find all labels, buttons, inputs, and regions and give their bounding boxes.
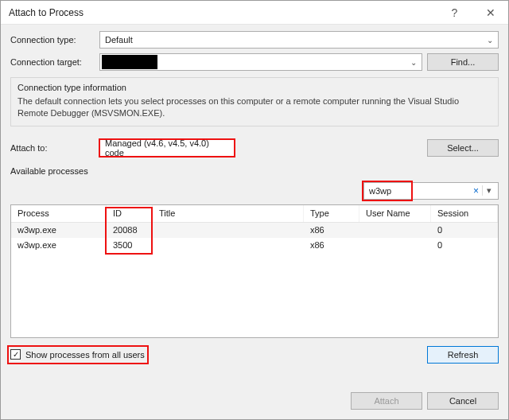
refresh-button[interactable]: Refresh [427, 346, 499, 364]
titlebar: Attach to Process ? ✕ [1, 1, 508, 25]
cell-process: w3wp.exe [11, 224, 107, 236]
attach-to-field: Managed (v4.6, v4.5, v4.0) code [99, 139, 235, 157]
col-process[interactable]: Process [11, 205, 107, 222]
connection-target-dropdown[interactable]: ⌄ [99, 53, 422, 71]
table-row[interactable]: w3wp.exe 3500 x86 0 [11, 238, 498, 253]
connection-type-row: Connection type: Default ⌄ [10, 31, 499, 49]
show-all-users-label: Show processes from all users [25, 350, 145, 360]
footer-row: ✓ Show processes from all users Refresh [10, 346, 499, 364]
cell-user [359, 243, 431, 247]
dialog-actions: Attach Cancel [10, 387, 499, 410]
connection-target-row: Connection target: ⌄ Find... [10, 53, 499, 71]
cell-title [153, 243, 304, 247]
connection-type-label: Connection type: [10, 35, 95, 45]
col-id[interactable]: ID [107, 205, 153, 222]
listview-header: Process ID Title Type User Name Session [11, 205, 498, 223]
chevron-down-icon: ⌄ [487, 36, 493, 45]
attach-to-process-dialog: Attach to Process ? ✕ Connection type: D… [0, 0, 509, 420]
col-session[interactable]: Session [431, 205, 498, 222]
process-search-input[interactable]: w3wp × ▾ [363, 182, 499, 200]
attach-to-row: Attach to: Managed (v4.6, v4.5, v4.0) co… [10, 139, 499, 157]
available-processes-label: Available processes [10, 166, 499, 176]
attach-button-label: Attach [374, 396, 398, 406]
listview-body: w3wp.exe 20088 x86 0 w3wp.exe 3500 x86 0 [11, 223, 498, 337]
cell-title [153, 228, 304, 231]
search-dropdown-icon[interactable]: ▾ [482, 185, 495, 196]
col-title[interactable]: Title [153, 205, 304, 222]
select-button-label: Select... [447, 143, 479, 153]
select-button[interactable]: Select... [427, 139, 499, 157]
window-title: Attach to Process [9, 7, 84, 18]
cell-id: 20088 [107, 224, 153, 236]
cancel-button-label: Cancel [449, 396, 476, 406]
help-button[interactable]: ? [437, 1, 472, 25]
process-listview[interactable]: Process ID Title Type User Name Session … [10, 204, 499, 338]
attach-to-label: Attach to: [10, 143, 95, 153]
col-user[interactable]: User Name [359, 205, 431, 222]
close-button[interactable]: ✕ [472, 1, 508, 25]
cell-id: 3500 [107, 239, 153, 251]
check-icon: ✓ [13, 351, 19, 359]
cell-session: 0 [431, 224, 498, 236]
cell-session: 0 [431, 239, 498, 251]
clear-search-icon[interactable]: × [473, 185, 479, 196]
help-icon: ? [452, 6, 458, 19]
cell-process: w3wp.exe [11, 239, 107, 251]
show-all-users-checkbox[interactable]: ✓ [10, 349, 21, 360]
attach-to-value: Managed (v4.6, v4.5, v4.0) code [105, 138, 229, 158]
attach-button[interactable]: Attach [351, 392, 422, 410]
refresh-button-label: Refresh [448, 350, 479, 360]
table-row[interactable]: w3wp.exe 20088 x86 0 [11, 223, 498, 238]
process-search-row: w3wp × ▾ [10, 182, 499, 200]
connection-type-info-text: The default connection lets you select p… [17, 95, 492, 119]
connection-type-info-group: Connection type information The default … [10, 77, 499, 126]
cell-user [359, 228, 431, 231]
process-search-value: w3wp [369, 186, 391, 196]
cell-type: x86 [304, 239, 359, 251]
connection-target-label: Connection target: [10, 57, 95, 67]
connection-type-dropdown[interactable]: Default ⌄ [99, 31, 499, 49]
chevron-down-icon: ⌄ [406, 58, 422, 67]
find-button-label: Find... [451, 57, 476, 67]
cell-type: x86 [304, 224, 359, 236]
find-button[interactable]: Find... [427, 53, 499, 71]
connection-type-info-title: Connection type information [17, 83, 492, 92]
dialog-content: Connection type: Default ⌄ Connection ta… [1, 25, 508, 419]
col-type[interactable]: Type [304, 205, 359, 222]
connection-type-value: Default [105, 35, 133, 45]
close-icon: ✕ [486, 6, 495, 19]
cancel-button[interactable]: Cancel [427, 392, 499, 410]
